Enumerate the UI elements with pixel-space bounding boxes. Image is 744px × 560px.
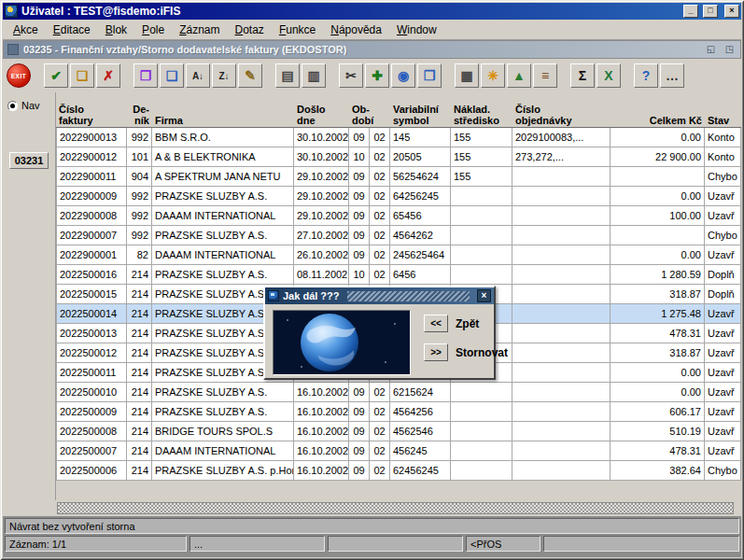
cell-stav[interactable]: Uzavř: [705, 206, 741, 226]
cell-stav[interactable]: Uzavř: [705, 187, 741, 206]
menu-item-5[interactable]: Záznam: [173, 21, 226, 39]
image-icon[interactable]: ▲: [507, 63, 531, 88]
cell-cislo-objednavky[interactable]: [512, 226, 611, 245]
cell-celkem-kc[interactable]: 318.87: [611, 285, 705, 304]
cell-cislo-faktury[interactable]: 2022500015: [56, 285, 127, 304]
cell-cislo-objednavky[interactable]: 2029100083,...: [512, 128, 611, 147]
cell-cislo-faktury[interactable]: 2022900009: [56, 187, 127, 206]
menu-item-2[interactable]: Editace: [47, 21, 97, 39]
cell-doslo-dne[interactable]: 29.10.2002: [294, 206, 349, 226]
cell-stav[interactable]: Uzavř: [705, 245, 741, 265]
menu-item-7[interactable]: Funkce: [273, 21, 322, 39]
cell-cislo-faktury[interactable]: 2022500011: [56, 363, 127, 383]
cell-denik[interactable]: 214: [127, 402, 152, 422]
save-icon[interactable]: ✔: [44, 63, 68, 88]
cell-celkem-kc[interactable]: 0.00: [611, 363, 705, 383]
cell-denik[interactable]: 214: [127, 363, 152, 383]
cell-cislo-objednavky[interactable]: [512, 187, 611, 206]
overflow-icon[interactable]: …: [660, 63, 684, 88]
exit-button[interactable]: EXIT: [7, 63, 31, 88]
cell-cislo-faktury[interactable]: 2022500014: [56, 304, 127, 324]
cell-stav[interactable]: Uzavř: [705, 383, 741, 402]
cell-cislo-faktury[interactable]: 2022500006: [56, 461, 127, 481]
cell-stav[interactable]: Chybo: [705, 461, 741, 481]
cell-obdobi-mesic[interactable]: 10: [349, 147, 370, 167]
cell-celkem-kc[interactable]: 606.17: [611, 402, 705, 422]
cell-variabilni-symbol[interactable]: 65456: [390, 206, 451, 226]
cell-denik[interactable]: 82: [127, 245, 152, 265]
cell-doslo-dne[interactable]: 08.11.2002: [294, 265, 349, 285]
cell-cislo-objednavky[interactable]: [512, 167, 611, 187]
cell-stav[interactable]: Chybo: [705, 167, 741, 187]
cell-stav[interactable]: Uzavř: [705, 422, 741, 441]
dialog-close-icon[interactable]: ×: [477, 289, 491, 302]
cell-cislo-faktury[interactable]: 2022900008: [56, 206, 127, 226]
layers-icon[interactable]: ≡: [533, 63, 557, 88]
cell-firma[interactable]: BBM S.R.O.: [152, 128, 294, 147]
cell-variabilni-symbol[interactable]: 4564262: [390, 226, 451, 245]
cell-firma[interactable]: PRAZSKE SLUZBY A.S.: [152, 226, 294, 245]
cell-cislo-objednavky[interactable]: [512, 265, 611, 285]
cell-nakladove-stredisko[interactable]: [451, 206, 512, 226]
cell-denik[interactable]: 904: [127, 167, 152, 187]
sum-icon[interactable]: Σ: [570, 63, 595, 88]
cell-obdobi-mesic[interactable]: 09: [349, 206, 370, 226]
cell-obdobi-rok[interactable]: 02: [370, 167, 390, 187]
cell-cislo-objednavky[interactable]: [512, 245, 611, 265]
menu-item-6[interactable]: Dotaz: [229, 21, 271, 39]
cell-celkem-kc[interactable]: 0.00: [611, 245, 705, 265]
cell-cislo-faktury[interactable]: 2022900001: [56, 245, 127, 265]
cell-obdobi-mesic[interactable]: 09: [349, 422, 370, 441]
cell-cislo-objednavky[interactable]: [512, 461, 611, 481]
cell-variabilni-symbol[interactable]: 6456: [390, 265, 451, 285]
insert-record-icon[interactable]: ❑: [160, 63, 184, 88]
cell-doslo-dne[interactable]: 29.10.2002: [294, 187, 349, 206]
cell-variabilni-symbol[interactable]: 245625464: [390, 245, 451, 265]
cell-cislo-faktury[interactable]: 2022500012: [56, 343, 127, 363]
cell-celkem-kc[interactable]: 510.19: [611, 422, 705, 441]
paste-icon[interactable]: ✚: [365, 63, 389, 88]
cell-obdobi-rok[interactable]: 02: [370, 128, 390, 147]
cell-cislo-faktury[interactable]: 2022500009: [56, 402, 127, 422]
cell-cislo-objednavky[interactable]: [512, 206, 611, 226]
minimize-button[interactable]: _: [683, 5, 698, 18]
cell-cislo-faktury[interactable]: 2022500007: [56, 441, 127, 461]
cell-obdobi-rok[interactable]: 02: [370, 441, 390, 461]
block-id-tab[interactable]: 03231: [9, 152, 49, 169]
cell-nakladove-stredisko[interactable]: [451, 265, 512, 285]
cell-denik[interactable]: 214: [127, 324, 152, 343]
cell-stav[interactable]: Uzavř: [705, 363, 741, 383]
cell-doslo-dne[interactable]: 30.10.2002: [294, 128, 349, 147]
open-folder-icon[interactable]: ❏: [70, 63, 94, 88]
cell-cislo-faktury[interactable]: 2022900013: [56, 128, 127, 147]
cell-doslo-dne[interactable]: 16.10.2002: [294, 461, 349, 481]
cell-obdobi-rok[interactable]: 02: [370, 422, 390, 441]
cell-cislo-objednavky[interactable]: [512, 304, 611, 324]
cell-celkem-kc[interactable]: 0.00: [611, 187, 705, 206]
excel-icon[interactable]: X: [597, 63, 621, 88]
cell-cislo-objednavky[interactable]: [512, 363, 611, 383]
cut-icon[interactable]: ✂: [339, 63, 363, 88]
cell-nakladove-stredisko[interactable]: [451, 226, 512, 245]
cell-obdobi-mesic[interactable]: 09: [349, 128, 370, 147]
cell-denik[interactable]: 992: [127, 206, 152, 226]
cell-variabilni-symbol[interactable]: 4562546: [390, 422, 451, 441]
cell-stav[interactable]: Uzavř: [705, 441, 741, 461]
cell-celkem-kc[interactable]: 0.00: [611, 128, 705, 147]
cell-variabilni-symbol[interactable]: 64256245: [390, 187, 451, 206]
dialog-title-bar[interactable]: Jak dál ??? ×: [265, 287, 494, 304]
menu-item-1[interactable]: Akce: [7, 21, 45, 39]
cell-celkem-kc[interactable]: [611, 167, 705, 187]
cell-stav[interactable]: Doplň: [705, 285, 741, 304]
cell-doslo-dne[interactable]: 16.10.2002: [294, 441, 349, 461]
cell-obdobi-rok[interactable]: 02: [370, 147, 390, 167]
cell-doslo-dne[interactable]: 16.10.2002: [294, 383, 349, 402]
cell-nakladove-stredisko[interactable]: [451, 245, 512, 265]
cell-variabilni-symbol[interactable]: 456245: [390, 441, 451, 461]
cell-stav[interactable]: Konto: [705, 128, 741, 147]
menu-item-9[interactable]: Window: [390, 21, 443, 39]
cell-celkem-kc[interactable]: [611, 226, 705, 245]
cell-cislo-faktury[interactable]: 2022900012: [56, 147, 127, 167]
star-icon[interactable]: ✳: [481, 63, 505, 88]
cell-doslo-dne[interactable]: 30.10.2002: [294, 147, 349, 167]
